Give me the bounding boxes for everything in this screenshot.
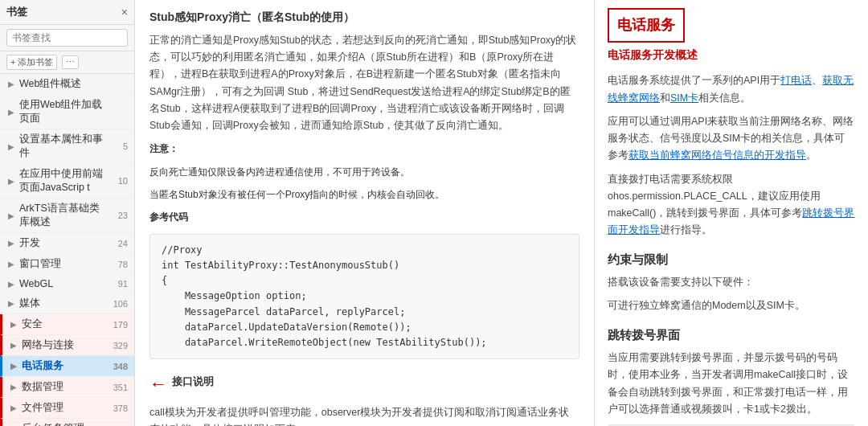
ref-label: 参考代码 bbox=[149, 209, 579, 225]
right-subtitle: 电话服务开发概述 bbox=[608, 46, 855, 65]
nav-label-task-mgmt: 后台任务管理 bbox=[22, 422, 84, 426]
sidebar-item-file-mgmt[interactable]: ▶ 文件管理 378 bbox=[0, 398, 134, 419]
jump-title: 跳转拨号界面 bbox=[608, 325, 855, 346]
nav-label-web-components: Web组件概述 bbox=[19, 77, 81, 91]
nav-badge-in-app-js: 10 bbox=[108, 176, 128, 186]
content-right-panel: 电话服务 电话服务开发概述 电话服务系统提供了一系列的API用于打电话、获取无线… bbox=[595, 0, 868, 426]
nav-label-file-mgmt: 文件管理 bbox=[22, 401, 63, 415]
note-label: 注意： bbox=[149, 141, 579, 157]
sidebar-item-in-app-js[interactable]: ▶ 在应用中使用前端页面JavaScrip t 10 bbox=[0, 164, 134, 199]
sidebar-item-webgl[interactable]: ▶ WebGL 91 bbox=[0, 275, 134, 293]
nav-item-left-media: ▶ 媒体 bbox=[8, 297, 40, 310]
api-desc: call模块为开发者提供呼叫管理功能，observer模块为开发者提供订阅和取消… bbox=[149, 404, 579, 426]
api-section: ← 接口说明 call模块为开发者提供呼叫管理功能，observer模块为开发者… bbox=[149, 369, 579, 426]
nav-arrow-arkts: ▶ bbox=[8, 211, 14, 220]
sidebar-item-basic-events[interactable]: ▶ 设置基本属性和事件 5 bbox=[0, 129, 134, 164]
nav-item-left-webgl: ▶ WebGL bbox=[8, 278, 53, 289]
nav-badge-file-mgmt: 378 bbox=[108, 403, 128, 413]
nav-arrow-security: ▶ bbox=[10, 320, 17, 329]
sidebar-item-data-mgmt[interactable]: ▶ 数据管理 351 bbox=[0, 377, 134, 398]
sidebar-header: 书签 × bbox=[0, 0, 134, 25]
nav-badge-basic-events: 5 bbox=[108, 141, 128, 151]
sidebar-item-telecom[interactable]: ▶ 电话服务 348 bbox=[0, 356, 134, 377]
nav-arrow-window: ▶ bbox=[8, 260, 14, 268]
ref-label-strong: 参考代码 bbox=[149, 211, 188, 223]
note-text2: 当匿名Stub对象没有被任何一个Proxy指向的时候，内核会自动回收。 bbox=[149, 186, 579, 203]
sidebar: 书签 × + 添加书签 ⋯ ▶ Web组件概述 ▶ 使用Web组件加载页面 ▶ … bbox=[0, 0, 135, 426]
intro-text7: 直接拨打电话需要系统权限ohos.permission.PLACE_CALL，建… bbox=[608, 174, 821, 219]
nav-arrow-file-mgmt: ▶ bbox=[10, 403, 17, 412]
sidebar-toolbar: + 添加书签 ⋯ bbox=[0, 51, 134, 74]
api-label: 接口说明 bbox=[172, 373, 214, 391]
sidebar-item-web-load[interactable]: ▶ 使用Web组件加载页面 bbox=[0, 95, 134, 129]
intro-text2: 、 bbox=[812, 75, 822, 86]
nav-label-window: 窗口管理 bbox=[19, 257, 61, 271]
nav-item-left-data-mgmt: ▶ 数据管理 bbox=[10, 380, 63, 394]
note-text1: 反向死亡通知仅限设备内跨进程通信使用，不可用于跨设备。 bbox=[149, 164, 579, 180]
sidebar-item-arkts[interactable]: ▶ ArkTS语言基础类库概述 23 bbox=[0, 199, 134, 233]
constraint-title: 约束与限制 bbox=[608, 249, 855, 270]
nav-badge-window: 78 bbox=[108, 260, 128, 269]
intro-text4: 相关信息。 bbox=[698, 92, 751, 104]
proxy-section-title: Stub感知Proxy消亡（匿名Stub的使用） bbox=[149, 8, 579, 27]
nav-label-basic-events: 设置基本属性和事件 bbox=[19, 133, 108, 160]
intro-link1[interactable]: 打电话 bbox=[780, 75, 812, 86]
right-main-title: 电话服务 bbox=[617, 13, 675, 38]
sidebar-item-security[interactable]: ▶ 安全 179 bbox=[0, 314, 134, 335]
sidebar-item-web-components[interactable]: ▶ Web组件概述 bbox=[0, 74, 134, 95]
right-intro-text3: 直接拨打电话需要系统权限ohos.permission.PLACE_CALL，建… bbox=[608, 171, 855, 240]
nav-badge-arkts: 23 bbox=[108, 211, 128, 220]
nav-item-left-web-components: ▶ Web组件概述 bbox=[8, 77, 81, 91]
nav-item-left-task-mgmt: ▶ 后台任务管理 bbox=[10, 422, 84, 426]
add-bookmark-button[interactable]: + 添加书签 bbox=[6, 55, 57, 70]
nav-item-left-security: ▶ 安全 bbox=[10, 317, 43, 331]
right-intro-text2: 应用可以通过调用API来获取当前注册网络名称、网络服务状态、信号强度以及SIM卡… bbox=[608, 113, 855, 165]
sidebar-title: 书签 bbox=[6, 5, 27, 19]
intro-link3[interactable]: SIM卡 bbox=[670, 92, 698, 104]
nav-arrow-data-mgmt: ▶ bbox=[10, 383, 17, 391]
nav-badge-telecom: 348 bbox=[108, 362, 128, 371]
sidebar-search-input[interactable] bbox=[6, 29, 128, 47]
nav-badge-data-mgmt: 351 bbox=[108, 383, 128, 392]
intro-text8: 进行指导。 bbox=[660, 224, 712, 236]
red-left-arrow-icon: ← bbox=[149, 369, 167, 399]
sidebar-item-task-mgmt[interactable]: ▶ 后台任务管理 408 bbox=[0, 419, 134, 426]
proxy-text1: 正常的消亡通知是Proxy感知Stub的状态，若想达到反向的死消亡通知，即Stu… bbox=[149, 32, 579, 135]
nav-item-left-arkts: ▶ ArkTS语言基础类库概述 bbox=[8, 202, 108, 229]
nav-label-dev: 开发 bbox=[19, 236, 40, 250]
constraint-text: 搭载该设备需要支持以下硬件： bbox=[608, 274, 855, 291]
nav-arrow-web-load: ▶ bbox=[8, 108, 14, 117]
more-options-button[interactable]: ⋯ bbox=[62, 55, 79, 69]
nav-badge-security: 179 bbox=[108, 320, 128, 330]
intro-text6: 。 bbox=[806, 150, 817, 161]
sidebar-item-dev[interactable]: ▶ 开发 24 bbox=[0, 233, 134, 254]
nav-label-webgl: WebGL bbox=[19, 278, 53, 289]
sidebar-item-network[interactable]: ▶ 网络与连接 329 bbox=[0, 335, 134, 356]
nav-badge-webgl: 91 bbox=[108, 279, 128, 289]
nav-item-left-telecom: ▶ 电话服务 bbox=[10, 359, 63, 373]
nav-item-left-in-app-js: ▶ 在应用中使用前端页面JavaScrip t bbox=[8, 167, 108, 195]
nav-label-arkts: ArkTS语言基础类库概述 bbox=[19, 202, 108, 229]
nav-label-in-app-js: 在应用中使用前端页面JavaScrip t bbox=[19, 167, 108, 195]
nav-arrow-media: ▶ bbox=[8, 299, 14, 308]
nav-item-left-dev: ▶ 开发 bbox=[8, 236, 40, 250]
nav-badge-network: 329 bbox=[108, 341, 128, 350]
nav-badge-dev: 24 bbox=[108, 239, 128, 248]
nav-item-left-web-load: ▶ 使用Web组件加载页面 bbox=[8, 98, 108, 125]
sidebar-close-button[interactable]: × bbox=[121, 6, 128, 18]
nav-label-telecom: 电话服务 bbox=[22, 359, 63, 373]
right-intro-text: 电话服务系统提供了一系列的API用于打电话、获取无线蜂窝网络和SIM卡相关信息。 bbox=[608, 72, 855, 107]
intro-text1: 电话服务系统提供了一系列的API用于 bbox=[608, 75, 780, 86]
nav-label-network: 网络与连接 bbox=[22, 338, 74, 352]
nav-arrow-in-app-js: ▶ bbox=[8, 177, 14, 186]
sidebar-search-area bbox=[0, 25, 134, 51]
nav-arrow-dev: ▶ bbox=[8, 239, 14, 248]
code-block-proxy: //Proxy int TestAbilityProxy::TestAnonym… bbox=[149, 234, 579, 359]
nav-item-left-network: ▶ 网络与连接 bbox=[10, 338, 74, 352]
intro-link4[interactable]: 获取当前蜂窝网络信号信息的开发指导 bbox=[628, 150, 806, 161]
sidebar-item-media[interactable]: ▶ 媒体 106 bbox=[0, 293, 134, 314]
nav-item-left-basic-events: ▶ 设置基本属性和事件 bbox=[8, 133, 108, 160]
nav-label-media: 媒体 bbox=[19, 297, 40, 310]
sidebar-item-window[interactable]: ▶ 窗口管理 78 bbox=[0, 254, 134, 275]
note-label-strong: 注意： bbox=[149, 143, 178, 154]
